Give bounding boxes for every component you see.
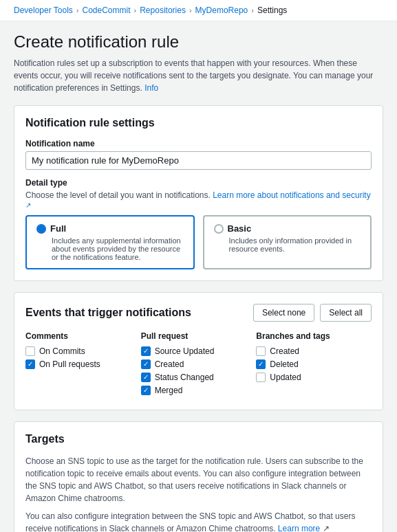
- breadcrumb-codecommit[interactable]: CodeCommit: [83, 5, 131, 15]
- checkbox-on-commits-box: [25, 346, 35, 356]
- breadcrumb-sep-2: ›: [134, 6, 137, 14]
- detail-option-full-desc: Includes any supplemental information ab…: [36, 236, 184, 261]
- checkbox-branch-deleted[interactable]: Deleted: [256, 359, 372, 369]
- checkbox-branch-updated-label: Updated: [270, 373, 301, 382]
- breadcrumb-sep-3: ›: [189, 6, 192, 14]
- checkbox-on-pull-requests-label: On Pull requests: [39, 359, 100, 369]
- notification-settings-title: Notification rule settings: [25, 117, 372, 129]
- page-title: Create notification rule: [14, 32, 383, 52]
- page-description: Notification rules set up a subscription…: [14, 57, 383, 94]
- events-header: Events that trigger notifications Select…: [25, 304, 372, 322]
- detail-type-options: Full Includes any supplemental informati…: [25, 215, 372, 269]
- checkbox-status-changed-box: [141, 373, 151, 382]
- detail-option-basic-label: Basic: [228, 223, 252, 234]
- notification-name-label: Notification name: [25, 139, 372, 148]
- targets-card: Targets Choose an SNS topic to use as th…: [14, 421, 383, 532]
- pull-request-column-title: Pull request: [141, 331, 257, 341]
- breadcrumb-mydemorepo[interactable]: MyDemoRepo: [195, 5, 248, 15]
- checkbox-branch-updated-box: [256, 373, 266, 382]
- breadcrumb-repositories[interactable]: Repositories: [140, 5, 186, 15]
- info-link[interactable]: Info: [144, 83, 158, 93]
- events-buttons: Select none Select all: [253, 304, 372, 322]
- branches-column-title: Branches and tags: [256, 331, 372, 341]
- checkbox-merged[interactable]: Merged: [141, 386, 257, 395]
- radio-full: [36, 224, 46, 234]
- detail-type-label: Detail type: [25, 178, 372, 188]
- targets-learn-more-link[interactable]: Learn more: [278, 524, 320, 532]
- comments-column-title: Comments: [25, 331, 141, 341]
- detail-type-sublabel: Choose the level of detail you want in n…: [25, 190, 372, 210]
- events-column-pull-request: Pull request Source Updated Created Stat…: [141, 331, 257, 399]
- checkbox-on-pull-requests-box: [25, 359, 35, 369]
- checkbox-pr-created-box: [141, 359, 151, 369]
- learn-more-notifications-link[interactable]: Learn more about notifications and secur…: [213, 190, 370, 200]
- external-link-icon: ↗: [25, 201, 31, 209]
- events-title: Events that trigger notifications: [25, 307, 191, 319]
- checkbox-source-updated-label: Source Updated: [155, 346, 215, 356]
- select-none-button[interactable]: Select none: [253, 304, 314, 322]
- checkbox-source-updated[interactable]: Source Updated: [141, 346, 257, 356]
- breadcrumb-settings: Settings: [257, 5, 287, 15]
- radio-basic: [214, 224, 224, 234]
- notification-name-input[interactable]: [25, 151, 372, 170]
- checkbox-merged-label: Merged: [155, 386, 183, 395]
- checkbox-branch-created[interactable]: Created: [256, 346, 372, 356]
- breadcrumb: Developer Tools › CodeCommit › Repositor…: [0, 0, 397, 21]
- checkbox-status-changed-label: Status Changed: [155, 373, 214, 382]
- breadcrumb-developer-tools[interactable]: Developer Tools: [14, 5, 73, 15]
- notification-settings-card: Notification rule settings Notification …: [14, 105, 383, 281]
- checkbox-branch-deleted-box: [256, 359, 266, 369]
- checkbox-branch-updated[interactable]: Updated: [256, 373, 372, 382]
- events-column-comments: Comments On Commits On Pull requests: [25, 331, 141, 399]
- checkbox-branch-deleted-label: Deleted: [270, 359, 298, 369]
- checkbox-on-commits[interactable]: On Commits: [25, 346, 141, 356]
- checkbox-pr-created[interactable]: Created: [141, 359, 257, 369]
- targets-title: Targets: [25, 433, 372, 445]
- targets-description-2: You can also configure integration betwe…: [25, 510, 372, 532]
- checkbox-status-changed[interactable]: Status Changed: [141, 373, 257, 382]
- detail-option-basic-desc: Includes only information provided in re…: [214, 236, 361, 253]
- detail-option-full[interactable]: Full Includes any supplemental informati…: [25, 215, 195, 269]
- events-columns: Comments On Commits On Pull requests Pul…: [25, 331, 372, 399]
- checkbox-on-pull-requests[interactable]: On Pull requests: [25, 359, 141, 369]
- breadcrumb-sep-4: ›: [251, 6, 254, 14]
- events-column-branches: Branches and tags Created Deleted Update…: [256, 331, 372, 399]
- targets-description-1: Choose an SNS topic to use as the target…: [25, 455, 372, 505]
- checkbox-source-updated-box: [141, 346, 151, 356]
- checkbox-pr-created-label: Created: [155, 359, 184, 369]
- events-card: Events that trigger notifications Select…: [14, 292, 383, 410]
- detail-option-full-label: Full: [50, 223, 66, 234]
- select-all-button[interactable]: Select all: [320, 304, 372, 322]
- checkbox-merged-box: [141, 386, 151, 395]
- targets-external-link-icon: ↗: [323, 524, 330, 532]
- checkbox-branch-created-box: [256, 346, 266, 356]
- detail-option-basic[interactable]: Basic Includes only information provided…: [203, 215, 372, 269]
- checkbox-branch-created-label: Created: [270, 346, 299, 356]
- breadcrumb-sep-1: ›: [76, 6, 79, 14]
- checkbox-on-commits-label: On Commits: [39, 346, 85, 356]
